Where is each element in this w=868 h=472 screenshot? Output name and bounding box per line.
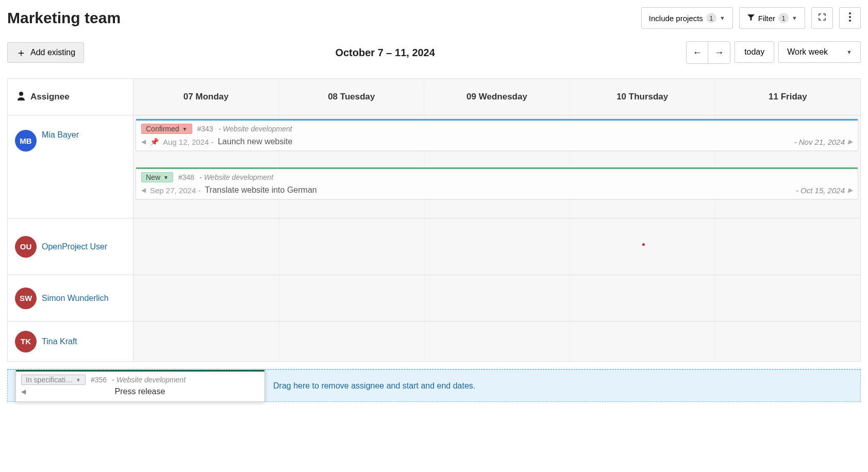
assignee-row[interactable]: SW Simon Wunderlich [8, 275, 133, 321]
filter-button[interactable]: Filter 1 ▼ [739, 7, 805, 29]
chevron-right-icon: ▶ [848, 138, 853, 145]
assignee-link[interactable]: Mia Bayer [42, 130, 79, 140]
card-accent [16, 370, 264, 372]
start-date: Aug 12, 2024 - [163, 138, 213, 146]
work-package-id: #356 [91, 376, 107, 384]
filter-count-badge: 1 [778, 13, 789, 23]
more-menu-button[interactable] [839, 7, 861, 29]
chevron-down-icon: ▼ [76, 377, 81, 383]
assignee-row[interactable]: TK Tina Kraft [8, 322, 133, 361]
expand-icon [818, 13, 826, 24]
svg-point-3 [19, 92, 23, 96]
work-package-project: - Website development [219, 125, 292, 133]
add-existing-button[interactable]: ＋ Add existing [7, 42, 84, 63]
assignee-row[interactable]: OU OpenProject User [8, 218, 133, 275]
include-projects-label: Include projects [649, 14, 703, 23]
chevron-down-icon: ▼ [182, 126, 188, 132]
end-date: - Oct 15, 2024 [796, 186, 845, 195]
work-package-card[interactable]: Confirmed ▼ #343 - Website development ◀… [136, 119, 858, 151]
work-package-id: #348 [178, 173, 194, 181]
chevron-down-icon: ▼ [846, 49, 852, 55]
include-projects-button[interactable]: Include projects 1 ▼ [641, 7, 733, 29]
unassign-drop-zone[interactable]: Drag here to remove assignee and start a… [265, 369, 861, 402]
funnel-icon [747, 13, 755, 23]
filter-label: Filter [758, 14, 775, 23]
card-accent [136, 119, 858, 121]
status-pill[interactable]: New ▼ [141, 172, 173, 182]
end-date: - Nov 21, 2024 [794, 138, 845, 146]
chevron-down-icon: ▼ [720, 15, 725, 21]
dragging-work-package-card[interactable]: In specificati… ▼ #356 - Website develop… [15, 369, 265, 402]
avatar: SW [15, 288, 37, 309]
person-icon [17, 91, 25, 103]
page-title: Marketing team [7, 9, 635, 27]
status-pill[interactable]: In specificati… ▼ [21, 375, 86, 385]
avatar: MB [15, 130, 37, 151]
pin-icon: 📌 [150, 138, 159, 146]
chevron-left-icon: ◀ [141, 187, 146, 194]
today-button[interactable]: today [735, 41, 774, 63]
status-label: New [146, 173, 160, 181]
add-existing-label: Add existing [30, 48, 75, 57]
card-accent [136, 167, 858, 169]
day-header: 11 Friday [715, 79, 860, 115]
start-date: Sep 27, 2024 - [150, 186, 201, 195]
avatar: OU [15, 236, 37, 258]
kebab-icon [849, 12, 851, 24]
work-package-id: #343 [197, 125, 213, 133]
arrow-left-icon: ← [693, 47, 702, 58]
drop-hint-text: Drag here to remove assignee and start a… [273, 381, 475, 391]
assignee-link[interactable]: OpenProject User [42, 242, 107, 252]
day-header: 08 Tuesday [279, 79, 424, 115]
work-package-project: - Website development [199, 173, 273, 181]
assignee-link[interactable]: Tina Kraft [42, 336, 77, 347]
view-mode-label: Work week [787, 47, 828, 57]
chevron-down-icon: ▼ [163, 175, 169, 180]
assignee-header: Assignee [30, 92, 70, 102]
chevron-left-icon: ◀ [141, 138, 146, 145]
chevron-right-icon: ▶ [848, 187, 853, 194]
prev-week-button[interactable]: ← [687, 42, 708, 63]
chevron-down-icon: ▼ [792, 15, 797, 21]
day-header: 07 Monday [133, 79, 279, 115]
day-header: 10 Thursday [570, 79, 715, 115]
work-package-title: Press release [115, 387, 165, 396]
assignee-row[interactable]: MB Mia Bayer [8, 115, 133, 218]
team-planner-grid: Assignee 07 Monday 08 Tuesday 09 Wednesd… [7, 78, 861, 362]
work-package-card[interactable]: New ▼ #348 - Website development ◀ Sep 2… [136, 167, 858, 199]
svg-point-0 [849, 12, 851, 14]
status-label: In specificati… [26, 376, 73, 384]
work-package-title: Launch new website [218, 137, 292, 146]
svg-point-1 [849, 16, 851, 18]
date-range: October 7 – 11, 2024 [84, 47, 686, 59]
status-label: Confirmed [146, 125, 179, 133]
assignee-link[interactable]: Simon Wunderlich [42, 293, 109, 304]
work-package-title: Translate website into German [205, 186, 316, 195]
arrow-right-icon: → [714, 47, 724, 58]
work-package-project: - Website development [112, 376, 186, 384]
fullscreen-button[interactable] [811, 7, 833, 29]
svg-point-2 [849, 20, 851, 22]
include-projects-count-badge: 1 [706, 13, 716, 23]
indicator-dot [642, 243, 645, 246]
day-header: 09 Wednesday [424, 79, 570, 115]
avatar: TK [15, 331, 37, 352]
chevron-left-icon: ◀ [21, 388, 26, 395]
view-mode-select[interactable]: Work week ▼ [778, 41, 861, 63]
status-pill[interactable]: Confirmed ▼ [141, 124, 192, 134]
next-week-button[interactable]: → [708, 42, 730, 63]
